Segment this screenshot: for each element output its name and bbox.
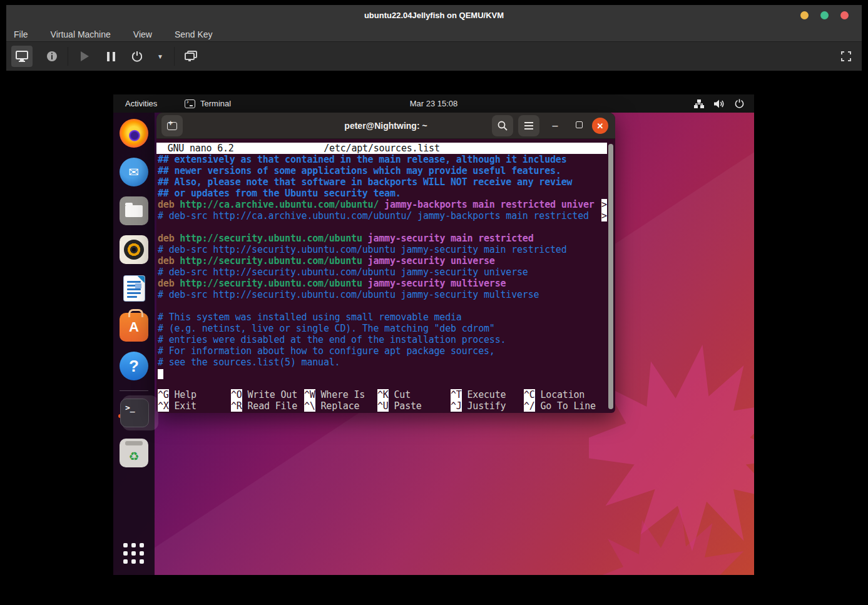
search-icon: [498, 121, 508, 131]
nano-line: # entries were disabled at the end of th…: [158, 334, 607, 345]
nano-line: # see the sources.list(5) manual.: [158, 357, 607, 368]
power-icon: [131, 51, 143, 62]
dock-item-firefox[interactable]: [120, 119, 148, 148]
console-view-button[interactable]: [11, 46, 33, 67]
nano-line: [158, 221, 607, 233]
nano-shortcut-location: ^C Location: [524, 389, 585, 400]
menu-file[interactable]: File: [11, 29, 31, 39]
terminal-scrollbar[interactable]: [608, 144, 613, 409]
close-button[interactable]: ✕: [592, 118, 608, 134]
files-icon: [120, 196, 148, 225]
nano-shortcut-paste: ^U Paste: [377, 400, 422, 412]
nano-line: deb http://security.ubuntu.com/ubuntu ja…: [158, 278, 607, 289]
nano-line: # deb-src http://security.ubuntu.com/ubu…: [158, 267, 607, 278]
monitor-icon: [16, 51, 28, 62]
dock-item-ubuntu-software[interactable]: A: [120, 313, 148, 342]
nano-shortcut-bar: ^G Help^O Write Out^W Where Is^K Cut^T E…: [158, 389, 608, 412]
maximize-traffic-light[interactable]: [820, 11, 829, 19]
nano-editor[interactable]: GNU nano 6.2 /etc/apt/sources.list ## ex…: [156, 139, 615, 413]
terminal-headerbar[interactable]: peter@Nightwing: ~ – ✕: [156, 113, 615, 139]
system-tray[interactable]: [694, 99, 744, 108]
help-icon: ?: [120, 352, 148, 380]
nano-line: ## or updates from the Ubuntu security t…: [158, 188, 607, 199]
dock-item-thunderbird[interactable]: ✉: [120, 158, 148, 186]
dock-item-help[interactable]: ?: [120, 352, 148, 380]
menu-button[interactable]: [518, 115, 539, 136]
displays-icon: [185, 51, 197, 62]
vm-window-chrome: ubuntu22.04Jellyfish on QEMU/KVM FileVir…: [6, 5, 862, 41]
dock-item-trash[interactable]: ♻: [120, 439, 148, 467]
minimize-traffic-light[interactable]: [800, 11, 809, 19]
terminal-window: peter@Nightwing: ~ – ✕ GNU n: [156, 113, 615, 413]
nano-shortcut-execute: ^T Execute: [451, 389, 506, 400]
nano-line: # (e.g. netinst, live or single CD). The…: [158, 323, 607, 334]
play-icon: [81, 51, 89, 61]
nano-shortcut-exit: ^X Exit: [158, 400, 197, 412]
vm-menubar: FileVirtual MachineViewSend Key: [11, 28, 215, 41]
nano-shortcut-where-is: ^W Where Is: [304, 389, 365, 400]
vm-titlebar: ubuntu22.04Jellyfish on QEMU/KVM: [6, 5, 862, 25]
dock-item-terminal[interactable]: >_: [120, 399, 148, 427]
pause-vm-button[interactable]: [100, 46, 121, 67]
nano-line: deb http://ca.archive.ubuntu.com/ubuntu/…: [158, 199, 607, 210]
menu-virtual-machine[interactable]: Virtual Machine: [48, 29, 113, 39]
libreoffice-writer-icon: [120, 274, 148, 303]
gnome-top-bar: Activities Terminal Mar 23 15:08: [113, 94, 754, 113]
nano-line: [158, 300, 607, 312]
fullscreen-button[interactable]: [835, 46, 857, 67]
menu-view[interactable]: View: [131, 29, 155, 39]
vm-details-button[interactable]: [41, 46, 63, 67]
nano-line: ## Also, please note that software in ba…: [158, 176, 607, 188]
nano-shortcut-go-to-line: ^/ Go To Line: [524, 400, 596, 412]
nano-shortcut-read-file: ^R Read File: [231, 400, 297, 412]
nano-line: ## newer versions of some applications w…: [158, 165, 607, 176]
nano-shortcut-justify: ^J Justify: [451, 400, 506, 412]
toolbar-separator: [174, 47, 175, 66]
dock: ✉A?>_♻: [113, 113, 155, 575]
vm-toolbar: ▼: [6, 41, 862, 71]
clock-button[interactable]: Mar 23 15:08: [113, 99, 754, 108]
nano-buffer: ## extensively as that contained in the …: [158, 154, 607, 379]
screenshot-button[interactable]: [180, 46, 202, 67]
minimize-button[interactable]: –: [550, 120, 560, 131]
ubuntu-software-icon: A: [120, 313, 148, 342]
nano-line: # deb-src http://security.ubuntu.com/ubu…: [158, 244, 607, 255]
dock-item-rhythmbox[interactable]: [120, 235, 148, 264]
thunderbird-icon: ✉: [120, 158, 148, 186]
hamburger-icon: [524, 122, 533, 130]
shutdown-menu-button[interactable]: ▼: [153, 46, 168, 67]
nano-line: deb http://security.ubuntu.com/ubuntu ja…: [158, 233, 607, 244]
text-cursor: [158, 369, 163, 379]
dock-item-show-apps[interactable]: [120, 539, 148, 568]
dock-item-files[interactable]: [120, 196, 148, 225]
maximize-button[interactable]: [576, 121, 583, 128]
nano-line: # deb-src http://security.ubuntu.com/ubu…: [158, 289, 607, 300]
volume-icon: [714, 99, 725, 108]
menu-send-key[interactable]: Send Key: [172, 29, 215, 39]
info-icon: [46, 51, 58, 62]
power-icon: [735, 99, 744, 108]
new-tab-button[interactable]: [161, 115, 183, 136]
nano-shortcut-write-out: ^O Write Out: [231, 389, 297, 400]
nano-line: deb http://security.ubuntu.com/ubuntu ja…: [158, 255, 607, 267]
fullscreen-icon: [841, 51, 851, 61]
nano-filename: /etc/apt/sources.list: [156, 143, 607, 154]
terminal-app-icon: >_: [120, 399, 149, 427]
vm-window-title: ubuntu22.04Jellyfish on QEMU/KVM: [6, 5, 862, 25]
firefox-icon: [120, 119, 148, 148]
dock-divider: [120, 390, 148, 391]
close-traffic-light[interactable]: [840, 11, 849, 19]
nano-line: ## extensively as that contained in the …: [158, 154, 607, 165]
nano-line: [158, 368, 607, 379]
chevron-down-icon: ▼: [157, 53, 163, 60]
shutdown-vm-button[interactable]: [126, 46, 148, 67]
nano-shortcut-cut: ^K Cut: [377, 389, 411, 400]
terminal-title: peter@Nightwing: ~: [156, 113, 615, 139]
rhythmbox-icon: [120, 235, 148, 264]
search-button[interactable]: [492, 115, 513, 136]
trash-icon: ♻: [120, 439, 148, 467]
line-continuation-marker: >: [601, 210, 607, 221]
run-vm-button[interactable]: [74, 46, 95, 67]
dock-item-libreoffice-writer[interactable]: [120, 274, 148, 303]
toolbar-separator: [68, 47, 68, 66]
